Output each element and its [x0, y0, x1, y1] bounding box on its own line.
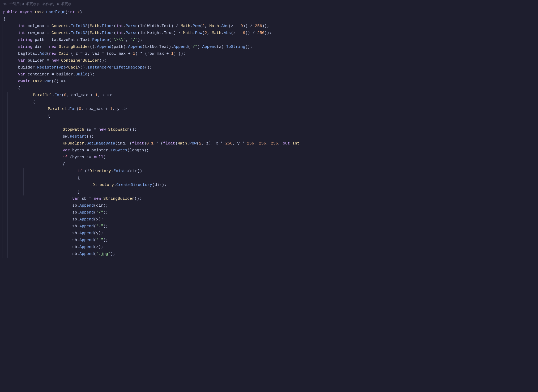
code-line: string path = txtSavePath.Text.Replace("…	[0, 37, 538, 44]
line-content: int row_max = Convert.ToInt32(Math.Floor…	[7, 30, 538, 37]
code-container: 10 个引用|0 项更改|0 名作者, 0 项更改 public async T…	[0, 0, 538, 392]
indent-guide	[13, 106, 18, 113]
indent-guide	[7, 168, 13, 175]
code-line: {	[0, 85, 538, 92]
indent-guide	[18, 154, 23, 161]
indent-guide	[2, 30, 7, 37]
indent-guide	[7, 244, 13, 251]
line-content: var container = builder.Build();	[7, 71, 538, 78]
indent-guide	[18, 147, 23, 154]
indent-guide	[13, 202, 18, 209]
indent-guide	[18, 202, 23, 209]
indent-guide	[18, 230, 23, 237]
line-content: Stopwatch sw = new Stopwatch();	[23, 126, 538, 133]
indent-guide	[7, 195, 13, 202]
indent-guide	[2, 154, 7, 161]
code-line: Stopwatch sw = new Stopwatch();	[0, 126, 538, 133]
line-content: sb.Append(dir);	[23, 202, 538, 209]
indent-guide	[18, 133, 23, 140]
indent-guide	[7, 230, 13, 237]
indent-guide	[13, 251, 18, 258]
indent-guide	[2, 64, 7, 71]
line-content: {	[2, 16, 538, 23]
indent-guide	[18, 223, 23, 230]
indent-guide	[13, 189, 18, 195]
indent-guide	[13, 140, 18, 147]
indent-guide	[18, 182, 23, 189]
line-content: sb.Append(".jpg");	[23, 251, 538, 258]
indent-guide	[7, 223, 13, 230]
indent-guide	[13, 209, 18, 216]
indent-guide	[2, 78, 7, 85]
code-line: if (bytes != null)	[0, 154, 538, 161]
indent-guide	[2, 126, 7, 133]
indent-guide	[7, 113, 13, 120]
indent-guide	[2, 147, 7, 154]
indent-guide	[13, 216, 18, 223]
indent-guide	[18, 195, 23, 202]
indent-guide	[7, 189, 13, 195]
line-content: {	[18, 113, 538, 120]
indent-guide	[2, 223, 7, 230]
indent-guide	[18, 140, 23, 147]
top-bar: 10 个引用|0 项更改|0 名作者, 0 项更改	[0, 0, 538, 8]
indent-guide	[7, 147, 13, 154]
indent-guide	[13, 168, 18, 175]
indent-guide	[7, 133, 13, 140]
indent-guide	[2, 195, 7, 202]
code-line: int row_max = Convert.ToInt32(Math.Floor…	[0, 30, 538, 37]
code-line: {	[0, 16, 538, 23]
indent-guide	[29, 182, 34, 189]
indent-guide	[7, 175, 13, 182]
line-content: if (bytes != null)	[23, 154, 538, 161]
line-content: {	[13, 99, 538, 106]
code-line: var bytes = pointer.ToBytes(length);	[0, 147, 538, 154]
code-line: {	[0, 113, 538, 120]
line-content: sb.Append(x);	[23, 216, 538, 223]
indent-guide	[18, 209, 23, 216]
indent-guide	[2, 44, 7, 50]
indent-guide	[2, 251, 7, 258]
indent-guide	[2, 161, 7, 168]
code-line: sb.Append("/");	[0, 209, 538, 216]
code-line: int col_max = Convert.ToInt32(Math.Floor…	[0, 23, 538, 30]
line-content: Parallel.For(0, row_max + 1, y =>	[18, 106, 538, 113]
code-line: public async Task HandleQP(int z)	[0, 9, 538, 16]
line-content: sw.Restart();	[23, 133, 538, 140]
indent-guide	[18, 161, 23, 168]
indent-guide	[7, 140, 13, 147]
indent-guide	[2, 106, 7, 113]
indent-guide	[13, 133, 18, 140]
indent-guide	[18, 189, 23, 195]
indent-guide	[13, 120, 18, 126]
indent-guide	[13, 147, 18, 154]
line-content: var sb = new StringBuilder();	[23, 195, 538, 202]
line-content: Directory.CreateDirectory(dir);	[34, 182, 538, 189]
indent-guide	[7, 99, 13, 106]
code-line: Parallel.For(0, row_max + 1, y =>	[0, 106, 538, 113]
indent-guide	[18, 126, 23, 133]
code-line: sb.Append(dir);	[0, 202, 538, 209]
code-line: sb.Append(z);	[0, 244, 538, 251]
indent-guide	[13, 237, 18, 244]
indent-guide	[2, 57, 7, 64]
indent-guide	[7, 216, 13, 223]
indent-guide	[18, 168, 23, 175]
indent-guide	[2, 85, 7, 92]
line-content: if (!Directory.Exists(dir))	[29, 168, 538, 175]
indent-guide	[18, 251, 23, 258]
indent-guide	[13, 244, 18, 251]
indent-guide	[2, 230, 7, 237]
code-line: builder.RegisterType<Cacl>().InstancePer…	[0, 64, 538, 71]
indent-guide	[2, 189, 7, 195]
indent-guide	[2, 133, 7, 140]
indent-guide	[7, 251, 13, 258]
line-content: sb.Append("-");	[23, 223, 538, 230]
line-content: await Task.Run(() =>	[7, 78, 538, 85]
indent-guide	[2, 244, 7, 251]
indent-guide	[2, 237, 7, 244]
indent-guide	[13, 223, 18, 230]
code-line: Parallel.For(0, col_max + 1, x =>	[0, 92, 538, 99]
indent-guide	[18, 175, 23, 182]
indent-guide	[18, 120, 23, 126]
